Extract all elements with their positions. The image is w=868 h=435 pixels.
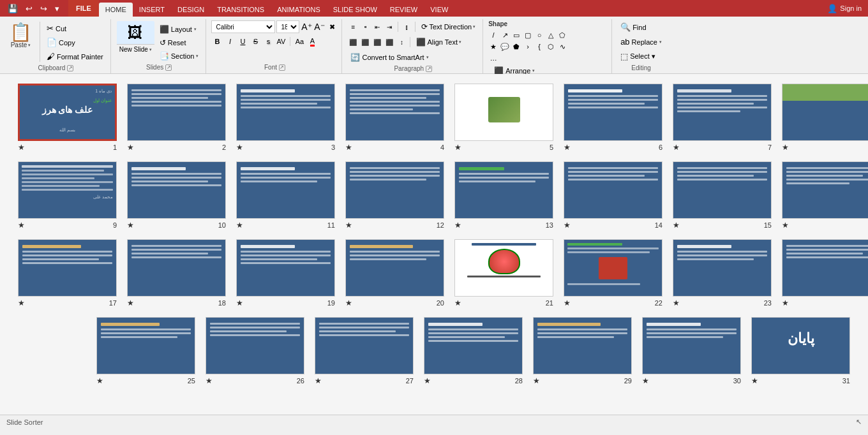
paste-dropdown-arrow[interactable]: ▾ (28, 43, 31, 48)
slide-item-21[interactable]: ★ 21 (454, 239, 553, 307)
slide-thumb-18[interactable] (127, 239, 226, 297)
slide-thumb-27[interactable] (315, 317, 414, 374)
slide-thumb-20[interactable] (345, 239, 444, 297)
inc-indent-button[interactable]: ⇥ (384, 21, 395, 33)
slide-item-6[interactable]: ★ 6 (564, 84, 662, 152)
columns-button[interactable]: ⫿ (401, 21, 412, 33)
slide-item-25[interactable]: ★ 25 (96, 317, 195, 385)
shape-cloud[interactable]: ⬟ (511, 41, 521, 52)
shape-triangle[interactable]: △ (546, 30, 556, 40)
tab-review[interactable]: REVIEW (384, 3, 424, 17)
strikethrough-button[interactable]: S (250, 36, 261, 47)
slide-item-24[interactable]: ★ 24 (782, 239, 868, 307)
slide-item-7[interactable]: ★ 7 (673, 84, 772, 152)
select-button[interactable]: ⬚ Select ▾ (617, 50, 659, 63)
new-slide-button[interactable]: 🖼 New Slide ▾ (116, 20, 155, 55)
shape-arrow[interactable]: ↗ (500, 30, 510, 40)
format-painter-button[interactable]: 🖌 Format Painter (43, 50, 107, 63)
slide-item-9[interactable]: محمد علی ★ 9 (18, 161, 117, 230)
bold-button[interactable]: B (211, 36, 223, 47)
slide-thumb-29[interactable] (533, 317, 632, 374)
paragraph-expand[interactable]: ↗ (426, 66, 432, 72)
slide-thumb-21[interactable] (454, 239, 553, 297)
shape-line[interactable]: / (488, 30, 498, 40)
slide-thumb-15[interactable] (673, 161, 772, 219)
slide-item-3[interactable]: ★ 3 (236, 84, 335, 152)
replace-button[interactable]: ab Replace ▾ (617, 35, 665, 48)
align-right-button[interactable]: ⬛ (371, 36, 383, 48)
shape-circle[interactable]: ○ (534, 30, 544, 40)
section-button[interactable]: 📑 Section ▾ (156, 50, 202, 63)
tab-home[interactable]: HOME (99, 3, 133, 17)
slide-thumb-14[interactable] (564, 161, 662, 219)
align-text-button[interactable]: ⬛ Align Text ▾ (413, 36, 465, 48)
slide-item-29[interactable]: ★ 29 (533, 317, 632, 385)
slide-thumb-11[interactable] (236, 161, 335, 219)
slide-thumb-1[interactable]: علف های هرز عنوان اول بسم الله 1 دی ماه (18, 84, 117, 141)
slide-thumb-28[interactable] (424, 317, 523, 374)
slide-thumb-2[interactable] (127, 84, 226, 141)
shape-more[interactable]: … (488, 53, 498, 63)
redo-icon[interactable]: ↪ (38, 2, 50, 15)
font-expand[interactable]: ↗ (279, 64, 285, 71)
tab-slideshow[interactable]: SLIDE SHOW (327, 3, 384, 17)
slide-item-15[interactable]: ★ 15 (673, 161, 772, 230)
slide-item-11[interactable]: ★ 11 (236, 161, 335, 230)
slide-item-2[interactable]: ★ 2 (127, 84, 226, 152)
slide-thumb-5[interactable] (454, 84, 553, 141)
clipboard-expand[interactable]: ↗ (67, 65, 73, 71)
slide-item-30[interactable]: ★ 30 (642, 317, 741, 385)
slide-item-12[interactable]: ★ 12 (345, 161, 444, 230)
slide-item-22[interactable]: ★ 22 (564, 239, 662, 307)
copy-button[interactable]: 📄 Copy (43, 36, 107, 49)
shape-callout[interactable]: 💬 (500, 41, 510, 52)
increase-font-size-button[interactable]: A⁺ (301, 21, 312, 33)
clear-format-button[interactable]: ✖ (326, 21, 338, 33)
font-size-select[interactable]: 18 (276, 20, 299, 33)
line-spacing-button[interactable]: ↕ (396, 36, 407, 48)
change-case-button[interactable]: Aa (294, 36, 305, 47)
slide-item-5[interactable]: ★ 5 (454, 84, 553, 152)
bullets-button[interactable]: ≡ (347, 21, 359, 33)
tab-view[interactable]: VIEW (424, 3, 454, 17)
slide-thumb-12[interactable] (345, 161, 444, 219)
slide-thumb-8[interactable] (782, 84, 868, 141)
slide-thumb-30[interactable] (642, 317, 741, 374)
slide-thumb-25[interactable] (96, 317, 195, 374)
center-button[interactable]: ⬛ (359, 36, 371, 48)
slide-thumb-24[interactable] (782, 239, 868, 297)
slide-thumb-23[interactable] (673, 239, 772, 297)
undo-icon[interactable]: ↩ (23, 2, 35, 15)
slide-item-4[interactable]: ★ 4 (345, 84, 444, 152)
slide-item-23[interactable]: ★ 23 (673, 239, 772, 307)
slide-item-20[interactable]: ★ 20 (345, 239, 444, 307)
font-color-button[interactable]: A (306, 36, 318, 47)
justify-button[interactable]: ⬛ (384, 36, 395, 48)
slide-thumb-7[interactable] (673, 84, 772, 141)
numbering-button[interactable]: ⁌ (359, 21, 371, 33)
slide-item-19[interactable]: ★ 19 (236, 239, 335, 307)
slide-item-1[interactable]: علف های هرز عنوان اول بسم الله 1 دی ماه … (18, 84, 117, 152)
paste-button[interactable]: 📋 Paste ▾ (5, 20, 36, 52)
tab-file[interactable]: FILE (68, 0, 99, 17)
slide-item-31[interactable]: پایان ★ 31 (751, 317, 850, 385)
dec-indent-button[interactable]: ⇤ (371, 21, 383, 33)
slide-item-16[interactable]: ★ 16 (782, 161, 868, 230)
shape-rounded-rect[interactable]: ▢ (523, 30, 533, 40)
slide-thumb-10[interactable] (127, 161, 226, 219)
convert-smartart-button[interactable]: 🔄 Convert to SmartArt ▾ (347, 51, 431, 64)
slide-thumb-9[interactable]: محمد علی (18, 161, 117, 219)
text-direction-button[interactable]: ⟳ Text Direction ▾ (418, 20, 479, 33)
slide-item-10[interactable]: ★ 10 (127, 161, 226, 230)
cut-button[interactable]: ✂ Cut (43, 22, 107, 35)
slide-thumb-17[interactable] (18, 239, 117, 297)
italic-button[interactable]: I (224, 36, 236, 47)
tab-transitions[interactable]: TRANSITIONS (211, 3, 271, 17)
font-name-select[interactable]: Calibri (211, 20, 275, 33)
slide-thumb-3[interactable] (236, 84, 335, 141)
tab-design[interactable]: DESIGN (171, 3, 211, 17)
find-button[interactable]: 🔍 Find (617, 20, 649, 34)
slide-thumb-16[interactable] (782, 161, 868, 219)
decrease-font-size-button[interactable]: A⁻ (313, 21, 325, 33)
signin-button[interactable]: 👤 Sign in (821, 1, 868, 16)
